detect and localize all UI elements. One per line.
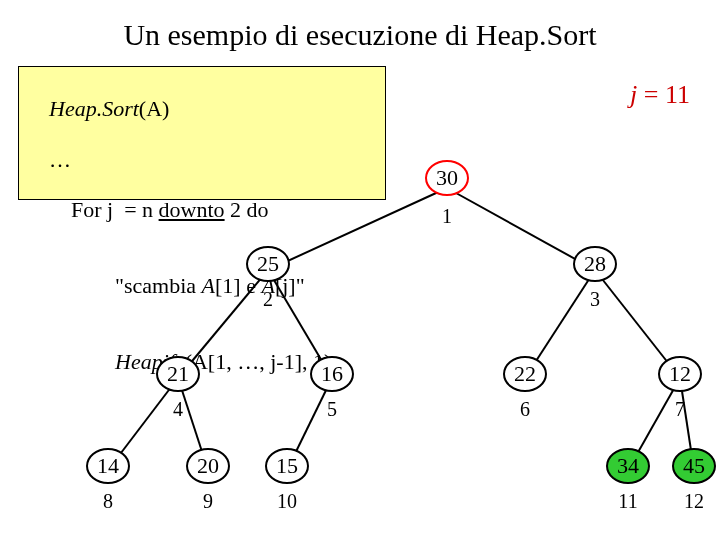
node-3: 28 (573, 246, 617, 290)
node-index-2: 2 (263, 288, 273, 311)
node-index-7: 7 (675, 398, 685, 421)
node-index-4: 4 (173, 398, 183, 421)
node-value: 16 (321, 361, 343, 387)
node-value: 45 (683, 453, 705, 479)
node-value: 20 (197, 453, 219, 479)
heap-tree: 30 1 25 2 28 3 21 4 16 5 22 6 12 7 14 8 … (0, 150, 720, 530)
node-value: 21 (167, 361, 189, 387)
node-value: 28 (584, 251, 606, 277)
state-value: 11 (665, 80, 690, 109)
svg-line-0 (268, 188, 447, 270)
node-value: 22 (514, 361, 536, 387)
node-value: 34 (617, 453, 639, 479)
node-index-5: 5 (327, 398, 337, 421)
node-5: 16 (310, 356, 354, 400)
node-index-9: 9 (203, 490, 213, 513)
node-index-10: 10 (277, 490, 297, 513)
node-value: 25 (257, 251, 279, 277)
node-index-11: 11 (618, 490, 637, 513)
node-index-6: 6 (520, 398, 530, 421)
node-value: 15 (276, 453, 298, 479)
node-6: 22 (503, 356, 547, 400)
node-11: 34 (606, 448, 650, 492)
node-value: 12 (669, 361, 691, 387)
node-1: 30 (425, 160, 469, 204)
node-index-8: 8 (103, 490, 113, 513)
node-4: 21 (156, 356, 200, 400)
node-2: 25 (246, 246, 290, 290)
node-7: 12 (658, 356, 702, 400)
code-signature-fn: Heap.Sort (49, 96, 139, 121)
node-index-3: 3 (590, 288, 600, 311)
node-value: 30 (436, 165, 458, 191)
state-eq: = (637, 80, 665, 109)
node-value: 14 (97, 453, 119, 479)
node-index-12: 12 (684, 490, 704, 513)
node-index-1: 1 (442, 205, 452, 228)
node-10: 15 (265, 448, 309, 492)
page-title: Un esempio di esecuzione di Heap.Sort (0, 18, 720, 52)
code-signature-arg: (A) (139, 96, 170, 121)
node-8: 14 (86, 448, 130, 492)
node-12: 45 (672, 448, 716, 492)
state-label: j = 11 (630, 80, 690, 110)
node-9: 20 (186, 448, 230, 492)
